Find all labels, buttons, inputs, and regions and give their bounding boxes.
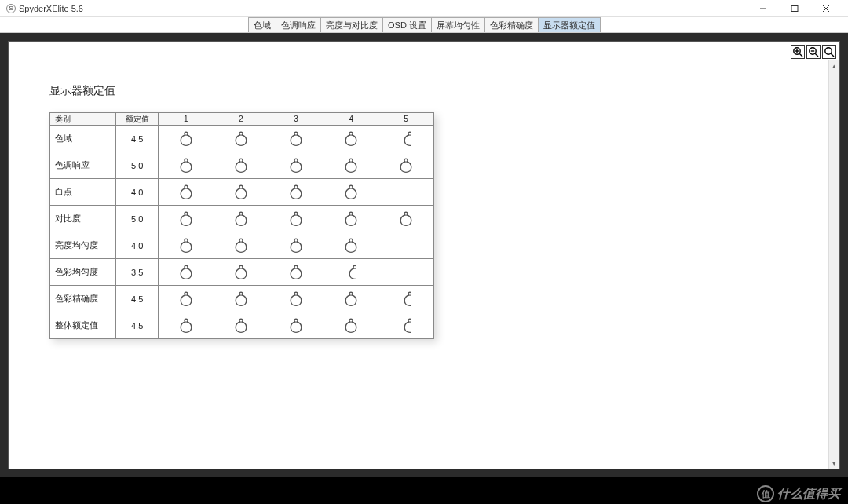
svg-line-9 bbox=[815, 53, 818, 57]
category-cell: 色域 bbox=[50, 126, 116, 152]
tab-2[interactable]: 亮度与对比度 bbox=[320, 17, 383, 32]
datacolor-rating-icon bbox=[287, 183, 305, 202]
datacolor-rating-icon bbox=[177, 290, 196, 309]
datacolor-rating-icon bbox=[287, 156, 305, 175]
minimize-button[interactable] bbox=[747, 0, 779, 17]
scrollbar-vertical[interactable]: ▴ ▾ bbox=[828, 60, 839, 469]
content-frame: ▴ ▾ 显示器额定值 类别 额定值 1 2 3 4 5 bbox=[0, 33, 848, 477]
zoom-in-button[interactable] bbox=[791, 45, 805, 59]
header-num-3: 3 bbox=[269, 113, 323, 126]
svg-line-12 bbox=[831, 53, 834, 57]
rating-icon-cell bbox=[269, 286, 323, 312]
rating-icon-cell bbox=[323, 232, 378, 259]
rating-icon-cell bbox=[214, 126, 269, 152]
tab-6[interactable]: 显示器额定值 bbox=[538, 17, 601, 32]
rating-value-cell: 5.0 bbox=[116, 206, 159, 232]
rating-icon-cell bbox=[323, 179, 378, 206]
datacolor-rating-icon bbox=[232, 183, 250, 202]
category-cell: 白点 bbox=[50, 179, 116, 206]
watermark-text: 什么值得买 bbox=[777, 486, 840, 502]
datacolor-rating-icon bbox=[232, 130, 250, 148]
zoom-fit-button[interactable] bbox=[822, 45, 836, 59]
datacolor-rating-icon bbox=[287, 290, 305, 309]
svg-rect-1 bbox=[791, 5, 798, 11]
datacolor-rating-icon bbox=[287, 316, 305, 335]
table-row: 对比度5.0 bbox=[50, 206, 434, 232]
maximize-button[interactable] bbox=[779, 0, 810, 17]
rating-icon-cell bbox=[378, 179, 433, 206]
rating-icon-cell bbox=[214, 179, 269, 206]
rating-icon-cell bbox=[159, 232, 214, 259]
rating-value-cell: 5.0 bbox=[116, 152, 159, 179]
table-row: 色彩精确度4.5 bbox=[50, 286, 434, 312]
rating-value-cell: 4.0 bbox=[116, 179, 159, 206]
zoom-out-button[interactable] bbox=[806, 45, 821, 59]
table-row: 亮度均匀度4.0 bbox=[50, 232, 434, 259]
datacolor-rating-icon bbox=[397, 156, 415, 175]
datacolor-rating-icon bbox=[342, 183, 360, 202]
datacolor-rating-half-icon bbox=[345, 263, 356, 282]
rating-icon-cell bbox=[159, 206, 214, 232]
datacolor-rating-icon bbox=[232, 156, 250, 175]
table-row: 色域4.5 bbox=[50, 126, 434, 152]
datacolor-rating-icon bbox=[177, 156, 196, 175]
datacolor-rating-icon bbox=[342, 316, 360, 335]
datacolor-rating-icon bbox=[342, 130, 360, 148]
rating-icon-cell bbox=[214, 286, 269, 312]
zoom-controls bbox=[791, 45, 836, 59]
rating-icon-cell bbox=[323, 152, 378, 179]
datacolor-rating-icon bbox=[232, 290, 250, 309]
rating-icon-cell bbox=[323, 206, 378, 232]
tab-0[interactable]: 色域 bbox=[248, 17, 276, 32]
rating-icon-cell bbox=[269, 312, 323, 339]
table-row: 色调响应5.0 bbox=[50, 152, 434, 179]
svg-line-5 bbox=[799, 53, 802, 57]
rating-icon-cell bbox=[269, 232, 323, 259]
rating-icon-cell bbox=[159, 312, 214, 339]
datacolor-rating-icon bbox=[342, 236, 360, 255]
rating-value-cell: 3.5 bbox=[116, 259, 159, 286]
header-num-2: 2 bbox=[214, 113, 269, 126]
rating-value-cell: 4.0 bbox=[116, 232, 159, 259]
category-cell: 亮度均匀度 bbox=[50, 232, 116, 259]
rating-value-cell: 4.5 bbox=[116, 312, 159, 339]
table-header-row: 类别 额定值 1 2 3 4 5 bbox=[50, 113, 434, 126]
tab-5[interactable]: 色彩精确度 bbox=[484, 17, 539, 32]
rating-icon-cell bbox=[323, 286, 378, 312]
datacolor-rating-icon bbox=[232, 263, 250, 282]
rating-value-cell: 4.5 bbox=[116, 286, 159, 312]
close-button[interactable] bbox=[810, 0, 842, 17]
datacolor-rating-icon bbox=[177, 316, 196, 335]
header-num-5: 5 bbox=[378, 113, 433, 126]
category-cell: 色彩精确度 bbox=[50, 286, 116, 312]
rating-icon-cell bbox=[159, 152, 214, 179]
rating-icon-cell bbox=[214, 152, 269, 179]
rating-value-cell: 4.5 bbox=[116, 126, 159, 152]
datacolor-rating-half-icon bbox=[400, 316, 411, 335]
zoom-fit-icon bbox=[824, 46, 835, 57]
rating-icon-cell bbox=[269, 259, 323, 286]
datacolor-rating-icon bbox=[177, 130, 196, 148]
tab-1[interactable]: 色调响应 bbox=[276, 17, 321, 32]
rating-icon-cell bbox=[159, 126, 214, 152]
rating-icon-cell bbox=[214, 232, 269, 259]
datacolor-rating-icon bbox=[232, 210, 250, 228]
tab-4[interactable]: 屏幕均匀性 bbox=[431, 17, 485, 32]
rating-icon-cell bbox=[323, 259, 378, 286]
tab-3[interactable]: OSD 设置 bbox=[382, 17, 432, 32]
datacolor-rating-half-icon bbox=[400, 130, 411, 148]
rating-icon-cell bbox=[378, 206, 433, 232]
category-cell: 整体额定值 bbox=[50, 312, 116, 339]
header-num-4: 4 bbox=[323, 113, 378, 126]
datacolor-rating-icon bbox=[342, 156, 360, 175]
datacolor-rating-icon bbox=[342, 210, 360, 228]
category-cell: 色彩均匀度 bbox=[50, 259, 116, 286]
zoom-out-icon bbox=[808, 46, 819, 57]
datacolor-rating-icon bbox=[177, 263, 196, 282]
datacolor-rating-icon bbox=[177, 210, 196, 228]
rating-icon-cell bbox=[214, 259, 269, 286]
app-icon: S bbox=[6, 4, 16, 13]
rating-icon-cell bbox=[378, 232, 433, 259]
datacolor-rating-icon bbox=[287, 210, 305, 228]
rating-icon-cell bbox=[323, 312, 378, 339]
